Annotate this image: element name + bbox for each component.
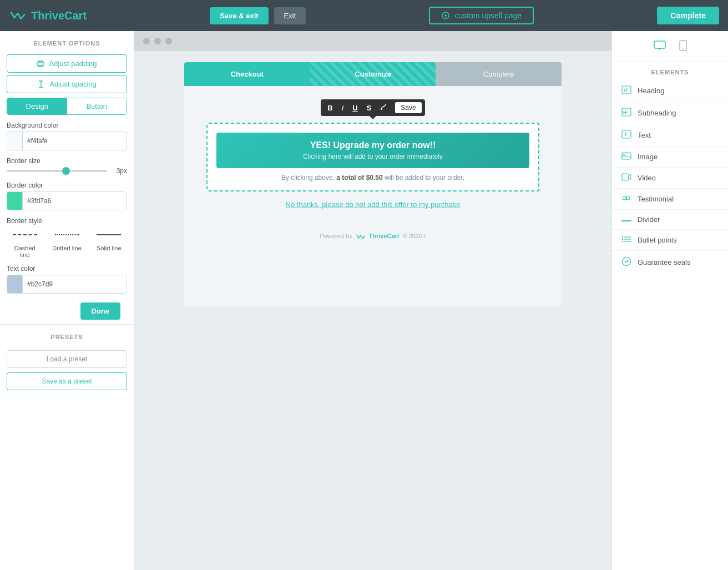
complete-tab[interactable]: Complete bbox=[436, 62, 562, 86]
checkout-tab[interactable]: Checkout bbox=[184, 62, 310, 86]
page-frame: Checkout Customize Complete B I U S bbox=[184, 62, 562, 306]
heading-icon: H 1 bbox=[621, 85, 632, 96]
testimonial-label: Testimonial bbox=[638, 195, 674, 203]
upsell-box: YES! Upgrade my order now!! Clicking her… bbox=[206, 123, 539, 191]
subheading-label: Subheading bbox=[638, 109, 676, 117]
bold-button[interactable]: B bbox=[324, 102, 336, 114]
browser-dot-2 bbox=[154, 38, 161, 44]
svg-point-1 bbox=[444, 14, 447, 17]
adjust-padding-button[interactable]: Adjust padding bbox=[7, 54, 127, 73]
mobile-icon bbox=[679, 40, 687, 51]
underline-button[interactable]: U bbox=[349, 102, 361, 114]
elements-title: ELEMENTS bbox=[612, 62, 728, 80]
svg-text:1: 1 bbox=[626, 88, 628, 91]
customize-tab[interactable]: Customize bbox=[310, 62, 436, 86]
testimonial-icon bbox=[621, 194, 632, 204]
header: ThriveCart Save & exit Exit custom upsel… bbox=[0, 0, 728, 31]
border-size-thumb[interactable] bbox=[62, 167, 70, 175]
testimonial-svg bbox=[621, 194, 631, 202]
browser-dot-3 bbox=[165, 38, 172, 44]
guarantee-seals-label: Guarantee seals bbox=[638, 258, 690, 266]
powered-by: Powered by ThriveCart © 2020+ bbox=[184, 222, 562, 250]
element-bullet-points[interactable]: Bullet points bbox=[612, 230, 728, 251]
upgrade-button-sub: Clicking here will add to your order imm… bbox=[228, 153, 518, 160]
image-svg bbox=[621, 152, 631, 160]
text-color-swatch bbox=[7, 275, 23, 293]
heading-svg: H 1 bbox=[621, 85, 631, 94]
mobile-view-button[interactable] bbox=[677, 38, 689, 55]
element-subheading[interactable]: H 2 Subheading bbox=[612, 102, 728, 124]
no-thanks-link[interactable]: No thanks, please do not add this offer … bbox=[206, 200, 539, 209]
editor-toolbar: B I U S Save bbox=[321, 99, 424, 116]
border-color-input[interactable] bbox=[7, 191, 127, 210]
view-toggle bbox=[612, 31, 728, 62]
adjust-spacing-button[interactable]: Adjust spacing bbox=[7, 75, 127, 93]
browser-dot-1 bbox=[143, 38, 150, 44]
background-color-input[interactable] bbox=[7, 132, 127, 150]
bullet-points-label: Bullet points bbox=[638, 236, 677, 244]
border-style-dotted[interactable]: Dotted line bbox=[52, 227, 82, 258]
load-preset-button[interactable]: Load a preset bbox=[7, 350, 127, 368]
background-color-swatch bbox=[7, 132, 23, 150]
svg-rect-24 bbox=[622, 174, 629, 180]
svg-text:2: 2 bbox=[626, 110, 628, 113]
text-label: Text bbox=[638, 131, 651, 139]
image-icon bbox=[621, 152, 632, 162]
design-button-tabs: Design Button bbox=[7, 98, 127, 115]
text-color-input[interactable] bbox=[7, 275, 127, 294]
toolbar-save-button[interactable]: Save bbox=[395, 102, 421, 113]
element-video[interactable]: Video bbox=[612, 168, 728, 189]
browser-bar bbox=[134, 31, 611, 51]
save-exit-button[interactable]: Save & exit bbox=[210, 7, 268, 24]
border-color-swatch bbox=[7, 192, 23, 210]
thrivecart-small-logo bbox=[356, 231, 366, 241]
italic-button[interactable]: I bbox=[338, 102, 347, 114]
element-image[interactable]: Image bbox=[612, 147, 728, 168]
border-color-text[interactable] bbox=[23, 194, 127, 208]
toolbar-caret bbox=[370, 116, 376, 119]
done-button[interactable]: Done bbox=[80, 302, 121, 320]
subheading-svg: H 2 bbox=[621, 108, 631, 117]
complete-button[interactable]: Complete bbox=[657, 7, 719, 24]
svg-point-26 bbox=[626, 196, 630, 200]
logo: ThriveCart bbox=[9, 7, 87, 24]
video-icon bbox=[621, 173, 632, 183]
padding-icon bbox=[37, 60, 44, 68]
border-size-track[interactable] bbox=[7, 170, 107, 172]
paint-button[interactable] bbox=[377, 102, 391, 114]
heading-label: Heading bbox=[638, 87, 664, 95]
center-canvas: Checkout Customize Complete B I U S bbox=[134, 31, 611, 570]
video-label: Video bbox=[638, 174, 656, 182]
border-style-dashed[interactable]: Dashedline bbox=[12, 227, 38, 258]
border-style-solid[interactable]: Solid line bbox=[95, 227, 122, 258]
background-color-text[interactable] bbox=[23, 134, 127, 148]
paint-icon bbox=[380, 103, 387, 110]
strikethrough-button[interactable]: S bbox=[363, 102, 375, 114]
bullet-svg bbox=[621, 235, 631, 243]
text-color-text[interactable] bbox=[23, 277, 127, 291]
svg-rect-9 bbox=[654, 41, 665, 48]
save-preset-button[interactable]: Save as a preset bbox=[7, 372, 127, 390]
desktop-view-button[interactable] bbox=[651, 38, 668, 55]
left-panel: ELEMENT OPTIONS Adjust padding Adjust sp… bbox=[0, 31, 134, 570]
element-divider[interactable]: Divider bbox=[612, 210, 728, 230]
element-testimonial[interactable]: Testimonial bbox=[612, 189, 728, 210]
button-tab[interactable]: Button bbox=[67, 98, 127, 114]
border-style-label: Border style bbox=[7, 217, 127, 225]
logo-icon bbox=[9, 7, 27, 24]
design-tab[interactable]: Design bbox=[7, 98, 67, 114]
element-options-title: ELEMENT OPTIONS bbox=[0, 31, 134, 52]
border-size-value: 3px bbox=[112, 167, 127, 175]
border-style-options: Dashedline Dotted line Solid line bbox=[7, 227, 127, 258]
image-label: Image bbox=[638, 153, 658, 161]
background-color-label: Background color bbox=[7, 122, 127, 129]
exit-button[interactable]: Exit bbox=[274, 7, 306, 24]
svg-point-29 bbox=[622, 236, 623, 238]
page-content: B I U S Save bbox=[184, 86, 562, 222]
element-text[interactable]: T Text bbox=[612, 124, 728, 147]
seal-svg bbox=[621, 256, 631, 266]
presets-section: PRESETS Load a preset Save as a preset bbox=[0, 324, 134, 390]
element-heading[interactable]: H 1 Heading bbox=[612, 80, 728, 102]
element-guarantee-seals[interactable]: Guarantee seals bbox=[612, 251, 728, 274]
spacing-icon bbox=[37, 80, 45, 88]
